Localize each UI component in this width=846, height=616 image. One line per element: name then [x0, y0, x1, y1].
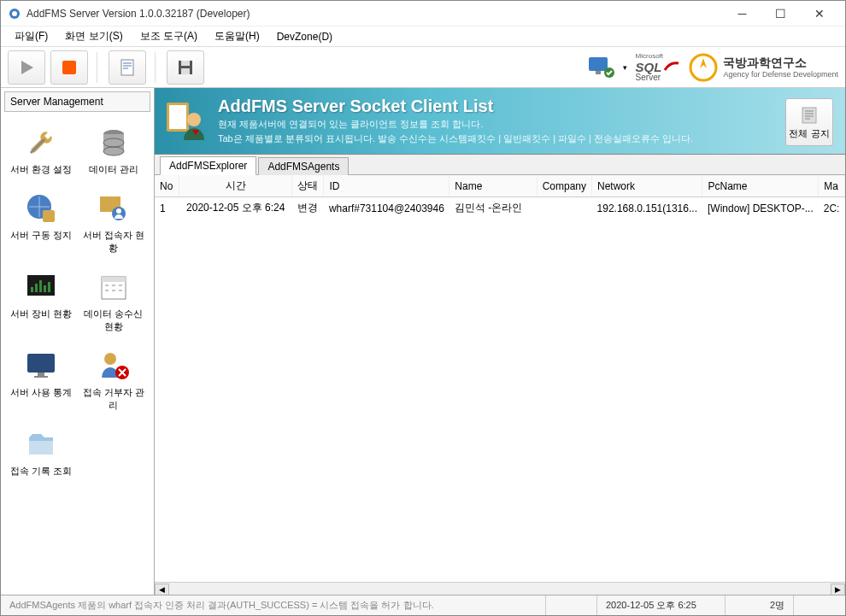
svg-rect-5: [181, 61, 190, 66]
cell-pcname: [Window] DESKTOP-...: [702, 197, 819, 220]
sidebar-item-label: 서버 환경 설정: [10, 163, 72, 176]
menu-view[interactable]: 화면 보기(S): [58, 27, 129, 45]
folder-icon: [24, 427, 58, 461]
calendar-icon: [97, 270, 131, 304]
sidebar-item-equipment[interactable]: 서버 장비 현황: [8, 265, 75, 338]
org-logo: 국방과학연구소 Agency for Defense Development: [689, 53, 838, 82]
menu-file[interactable]: 파일(F): [8, 27, 55, 45]
window-title: AddFMS Server Version 1.0.0.32187 (Devel…: [26, 8, 723, 20]
monitor-chart-icon: [24, 349, 58, 383]
cell-mac: 2C:: [819, 197, 845, 220]
col-id[interactable]: ID: [324, 175, 449, 197]
sidebar-item-deny-mgmt[interactable]: 접속 거부자 관리: [80, 343, 148, 417]
menu-help[interactable]: 도움말(H): [208, 27, 267, 45]
svg-rect-7: [589, 57, 608, 71]
user-monitor-icon: [97, 191, 131, 226]
svg-rect-24: [48, 282, 50, 292]
minimize-button[interactable]: ─: [723, 2, 761, 26]
svg-rect-3: [121, 60, 133, 75]
monitor-icon[interactable]: ▾: [587, 56, 627, 79]
play-button[interactable]: [8, 50, 45, 85]
app-icon: [8, 7, 21, 21]
cell-company: [537, 197, 591, 220]
sidebar-item-data-tx[interactable]: 데이터 송수신 현황: [80, 265, 148, 338]
col-time[interactable]: 시간: [179, 175, 292, 197]
cell-time: 2020-12-05 오후 6:24: [179, 197, 292, 220]
sql-top-label: Microsoft: [636, 53, 681, 60]
broadcast-button[interactable]: 전체 공지: [785, 98, 833, 146]
svg-point-30: [104, 353, 116, 365]
sqlserver-logo: Microsoft SQL Server: [636, 53, 681, 82]
sidebar-item-label: 서버 장비 현황: [10, 308, 72, 320]
svg-rect-20: [31, 287, 33, 292]
sidebar-item-label: 데이터 송수신 현황: [82, 308, 146, 333]
col-status[interactable]: 상태: [292, 175, 324, 197]
org-sub: Agency for Defense Development: [723, 70, 838, 79]
col-pcname[interactable]: PcName: [702, 175, 819, 197]
client-table: No 시간 상태 ID Name Company Network PcName …: [155, 175, 845, 582]
sidebar-title: Server Management: [4, 91, 150, 112]
save-button[interactable]: [167, 50, 204, 85]
svg-rect-22: [39, 280, 42, 292]
col-mac[interactable]: Ma: [819, 175, 845, 197]
svg-point-1: [12, 11, 17, 16]
statusbar: AddFMSAgents 제품의 wharf 접속자 인증 처리 결과(AUTH…: [1, 595, 845, 615]
sidebar-item-client-status[interactable]: 서버 접속자 현황: [80, 186, 148, 260]
menubar: 파일(F) 화면 보기(S) 보조 도구(A) 도움말(H) DevZone(D…: [1, 26, 845, 47]
col-no[interactable]: No: [155, 175, 179, 197]
menu-tools[interactable]: 보조 도구(A): [133, 27, 204, 45]
table-header-row: No 시간 상태 ID Name Company Network PcName …: [155, 175, 845, 197]
banner-title: AddFMS Server Socket Client List: [218, 97, 693, 116]
equalizer-icon: [24, 270, 58, 304]
menu-devzone[interactable]: DevZone(D): [270, 29, 339, 44]
svg-rect-2: [62, 61, 76, 74]
user-deny-icon: [97, 349, 131, 383]
sidebar-item-label: 접속 거부자 관리: [82, 386, 146, 412]
sidebar-item-data-mgmt[interactable]: 데이터 관리: [80, 120, 148, 181]
svg-rect-23: [44, 285, 46, 292]
close-button[interactable]: ✕: [800, 2, 838, 26]
cell-name: 김민석 -온라인: [449, 197, 537, 220]
titlebar: AddFMS Server Version 1.0.0.32187 (Devel…: [1, 1, 845, 26]
database-icon: [97, 126, 131, 160]
maximize-button[interactable]: ☐: [761, 2, 800, 26]
svg-rect-15: [43, 210, 55, 222]
tab-agents[interactable]: AddFMSAgents: [258, 157, 349, 175]
svg-rect-6: [181, 68, 190, 74]
banner-line2: Tab은 제품별로 분류되어 표시됩니다. 발송 수신수는 시스템패킷수 | 일…: [218, 132, 693, 145]
toolbar: ▾ Microsoft SQL Server 국방과학연구소 Agency fo…: [1, 47, 845, 88]
broadcast-label: 전체 공지: [789, 127, 829, 140]
cell-status: 변경: [292, 197, 324, 220]
banner-user-icon: [163, 97, 211, 145]
sidebar-item-server-stop[interactable]: 서버 구동 정지: [8, 186, 75, 260]
col-network[interactable]: Network: [592, 175, 702, 197]
cell-no: 1: [155, 197, 179, 220]
status-time: 2020-12-05 오후 6:25: [597, 595, 726, 615]
sidebar-item-label: 서버 접속자 현황: [82, 229, 146, 255]
sidebar-item-stats[interactable]: 서버 사용 통계: [8, 343, 75, 417]
table-row[interactable]: 1 2020-12-05 오후 6:24 변경 wharf#731104@240…: [155, 197, 845, 220]
sidebar-item-server-config[interactable]: 서버 환경 설정: [8, 120, 75, 181]
svg-point-34: [187, 113, 201, 126]
banner-line1: 현재 제품서버에 연결되어 있는 클라이언트 정보를 조회 합니다.: [218, 118, 693, 131]
tab-explorer[interactable]: AddFMSExplorer: [160, 156, 256, 175]
cell-id: wharf#731104@2403946: [324, 197, 449, 220]
globe-stop-icon: [24, 191, 58, 226]
wrench-icon: [24, 126, 58, 160]
sql-sub-label: Server: [636, 73, 681, 82]
document-button[interactable]: [109, 50, 146, 85]
status-count: 2명: [726, 595, 794, 615]
col-name[interactable]: Name: [449, 175, 537, 197]
svg-rect-27: [27, 354, 55, 373]
status-spacer1: [546, 595, 597, 615]
sql-label: SQL: [636, 61, 662, 73]
sidebar-item-label: 서버 구동 정지: [10, 229, 72, 242]
sidebar-item-label: 서버 사용 통계: [10, 386, 72, 399]
document-lines-icon: [799, 105, 820, 126]
stop-button[interactable]: [50, 50, 88, 85]
sidebar-item-access-log[interactable]: 접속 기록 조회: [8, 422, 75, 483]
svg-rect-26: [102, 277, 126, 282]
svg-rect-28: [38, 373, 44, 376]
col-company[interactable]: Company: [537, 175, 591, 197]
cell-network: 192.168.0.151(1316...: [592, 197, 702, 220]
